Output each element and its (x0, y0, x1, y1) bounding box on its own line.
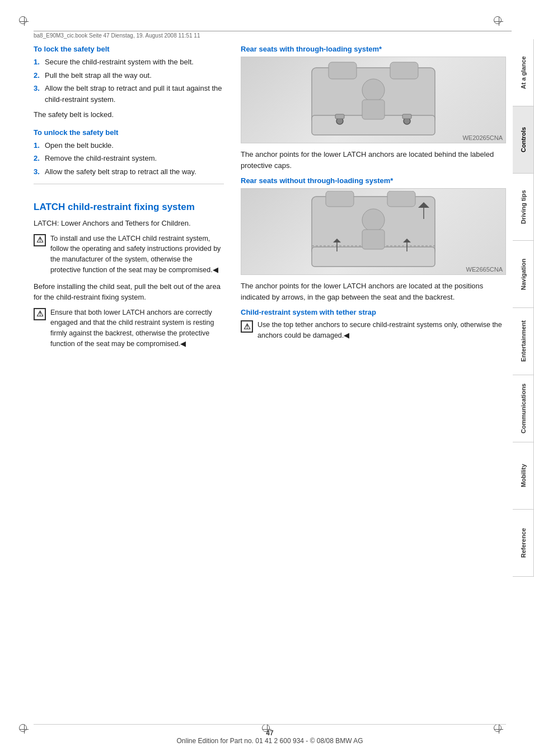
unlock-step-2: 2. Remove the child-restraint system. (34, 153, 224, 164)
svg-rect-6 (335, 114, 344, 119)
latch-body1: Before installing the child seat, pull t… (34, 281, 224, 303)
rear-through-desc: The anchor points for the lower LATCH an… (241, 149, 506, 171)
footer-text: Online Edition for Part no. 01 41 2 600 … (176, 737, 363, 745)
svg-rect-11 (312, 247, 435, 267)
lock-heading: To lock the safety belt (34, 45, 224, 53)
tether-heading: Child-restraint system with tether strap (241, 308, 506, 316)
left-column: To lock the safety belt 1. Secure the ch… (34, 45, 224, 355)
rear-without-svg (295, 191, 452, 272)
print-header-text: ba8_E90M3_cic.book Seite 47 Dienstag, 19… (34, 32, 200, 39)
latch-warning-2: ⚠ Ensure that both lower LATCH anchors a… (34, 307, 224, 349)
svg-rect-7 (402, 114, 411, 119)
reg-mark-tl (20, 17, 29, 26)
svg-rect-3 (390, 62, 418, 79)
tether-warning-text: Use the top tether anchors to secure chi… (257, 320, 506, 341)
rear-through-svg (295, 59, 452, 141)
rear-through-image: WE20265CNA (241, 57, 506, 143)
page-footer: 47 Online Edition for Part no. 01 41 2 6… (34, 724, 506, 745)
warning-icon-1: ⚠ (34, 234, 46, 246)
svg-point-8 (362, 79, 385, 101)
warning-icon-2: ⚠ (34, 308, 46, 320)
lock-step-2: 2. Pull the belt strap all the way out. (34, 70, 224, 81)
rear-without-caption: WE2665CNA (466, 266, 503, 273)
svg-rect-9 (362, 100, 385, 119)
unlock-step-1: 1. Open the belt buckle. (34, 140, 224, 151)
sidebar-tabs: At a glance Controls Driving tips Naviga… (513, 39, 534, 577)
latch-warning-2-text: Ensure that both lower LATCH anchors are… (50, 307, 224, 349)
svg-point-21 (362, 209, 385, 231)
unlock-steps: 1. Open the belt buckle. 2. Remove the c… (34, 140, 224, 178)
tether-warning-box: ⚠ Use the top tether anchors to secure c… (241, 320, 506, 341)
lock-note: The safety belt is locked. (34, 109, 224, 120)
tether-warning-icon: ⚠ (241, 320, 253, 333)
tab-at-a-glance[interactable]: At a glance (513, 39, 534, 106)
lock-steps: 1. Secure the child-restraint system wit… (34, 57, 224, 105)
unlock-step-3: 3. Allow the safety belt strap to retrac… (34, 166, 224, 178)
rear-through-heading: Rear seats with through-loading system* (241, 45, 506, 53)
right-column: Rear seats with through-loading system* (241, 45, 506, 355)
latch-warning-1: ⚠ To install and use the LATCH child res… (34, 234, 224, 276)
divider (34, 184, 224, 184)
rear-without-desc: The anchor points for the lower LATCH an… (241, 281, 506, 302)
tab-mobility[interactable]: Mobility (513, 442, 534, 510)
rear-without-heading: Rear seats without through-loading syste… (241, 176, 506, 185)
latch-heading: LATCH child-restraint fixing system (34, 201, 224, 213)
reg-mark-tr (494, 17, 503, 26)
tab-entertainment[interactable]: Entertainment (513, 308, 534, 375)
tab-controls[interactable]: Controls (513, 106, 534, 174)
svg-rect-12 (326, 191, 354, 207)
svg-rect-22 (362, 230, 385, 249)
reg-mark-bl (20, 725, 29, 734)
tab-reference[interactable]: Reference (513, 510, 534, 577)
page-number: 47 (266, 729, 273, 737)
rear-without-image: WE2665CNA (241, 188, 506, 275)
svg-rect-2 (329, 62, 357, 79)
svg-rect-13 (387, 191, 415, 207)
tab-driving-tips[interactable]: Driving tips (513, 174, 534, 241)
rear-through-caption: WE20265CNA (462, 134, 503, 141)
print-bar: ba8_E90M3_cic.book Seite 47 Dienstag, 19… (34, 31, 512, 39)
tab-navigation[interactable]: Navigation (513, 241, 534, 308)
lock-step-3: 3. Allow the belt strap to retract and p… (34, 83, 224, 105)
unlock-heading: To unlock the safety belt (34, 128, 224, 137)
page-container: ba8_E90M3_cic.book Seite 47 Dienstag, 19… (0, 0, 534, 756)
main-content: To lock the safety belt 1. Secure the ch… (34, 39, 506, 711)
latch-warning-1-text: To install and use the LATCH child restr… (50, 234, 224, 276)
latch-intro: LATCH: Lower Anchors and Tethers for Chi… (34, 218, 224, 229)
lock-step-1: 1. Secure the child-restraint system wit… (34, 57, 224, 68)
tab-communications[interactable]: Communications (513, 375, 534, 442)
